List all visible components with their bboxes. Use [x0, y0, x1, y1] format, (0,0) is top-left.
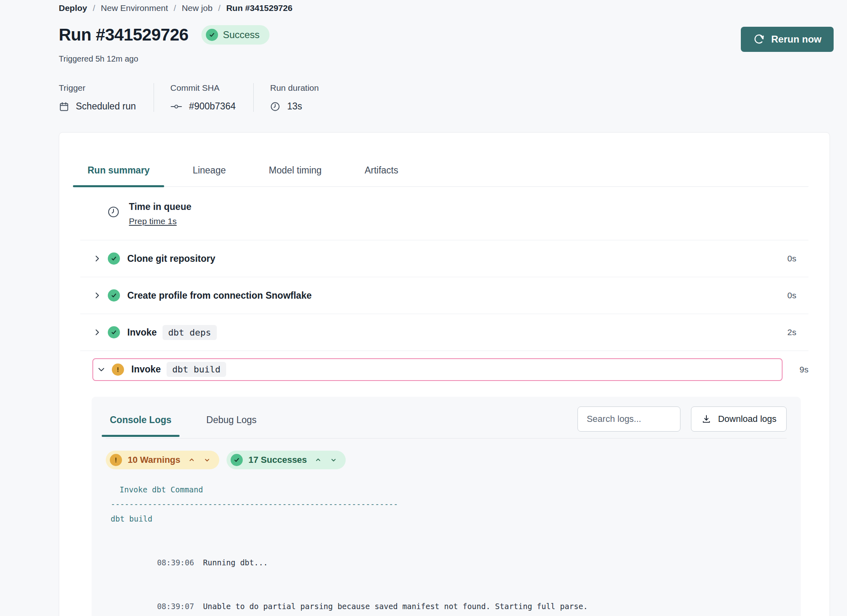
- search-logs-input[interactable]: [578, 406, 680, 432]
- log-line: 08:39:07Unable to do partial parsing bec…: [106, 584, 787, 616]
- time-in-queue-section: Time in queue Prep time 1s: [80, 187, 808, 240]
- meta-commit: Commit SHA #900b7364: [154, 83, 253, 112]
- log-blank-line: [106, 526, 787, 541]
- log-panel: Console Logs Debug Logs Download logs: [92, 397, 801, 616]
- check-circle-icon: [108, 326, 120, 338]
- rerun-now-button[interactable]: Rerun now: [741, 27, 834, 52]
- prep-time-link[interactable]: Prep time 1s: [129, 216, 177, 226]
- chevron-right-icon[interactable]: [92, 291, 103, 300]
- meta-trigger-value: Scheduled run: [76, 101, 136, 112]
- check-circle-icon: [231, 454, 243, 466]
- download-icon: [701, 414, 712, 424]
- step-label: Create profile from connection Snowflake: [127, 290, 312, 301]
- meta-commit-value: #900b7364: [189, 101, 235, 112]
- chevron-right-icon[interactable]: [92, 254, 103, 263]
- status-badge-label: Success: [223, 29, 260, 41]
- step-expanded-box[interactable]: Invoke dbt build: [92, 358, 783, 381]
- log-header: Console Logs Debug Logs Download logs: [106, 397, 787, 438]
- meta-trigger-label: Trigger: [59, 83, 136, 93]
- step-label: Invoke: [131, 364, 161, 375]
- refresh-icon: [753, 33, 765, 45]
- log-tabs: Console Logs Debug Logs: [106, 409, 261, 436]
- clock-icon: [270, 101, 280, 112]
- tab-console-logs[interactable]: Console Logs: [106, 409, 175, 436]
- meta-duration: Run duration 13s: [253, 83, 336, 112]
- chevron-up-icon[interactable]: [188, 456, 196, 464]
- run-meta: Trigger Scheduled run Commit SHA #900b73…: [59, 83, 834, 112]
- meta-duration-label: Run duration: [270, 83, 319, 93]
- clock-icon: [107, 205, 120, 220]
- step-command-chip: dbt deps: [163, 325, 217, 340]
- tab-debug-logs[interactable]: Debug Logs: [202, 409, 261, 436]
- step-row-clone-git[interactable]: Clone git repository 0s: [80, 240, 808, 277]
- log-timestamp: 08:39:06: [157, 558, 194, 567]
- step-duration: 9s: [791, 365, 808, 374]
- successes-badge[interactable]: 17 Successes: [227, 451, 346, 469]
- log-divider-line: ----------------------------------------…: [106, 497, 787, 511]
- commit-icon: [170, 101, 182, 112]
- breadcrumb-environment[interactable]: New Environment: [101, 3, 168, 13]
- check-circle-icon: [108, 289, 120, 302]
- log-controls: Download logs: [578, 406, 787, 438]
- warnings-badge[interactable]: 10 Warnings: [106, 451, 219, 469]
- log-message: Unable to do partial parsing because sav…: [203, 602, 588, 611]
- log-line: Invoke dbt Command: [106, 482, 787, 497]
- step-duration: 0s: [787, 291, 796, 300]
- breadcrumb: Deploy / New Environment / New job / Run…: [59, 2, 834, 13]
- tab-lineage[interactable]: Lineage: [185, 165, 233, 186]
- step-row-dbt-deps[interactable]: Invoke dbt deps 2s: [80, 314, 808, 351]
- title-row: Run #341529726 Success: [59, 25, 834, 45]
- breadcrumb-job[interactable]: New job: [182, 3, 212, 13]
- breadcrumb-separator: /: [218, 3, 220, 13]
- console-log-output: Invoke dbt Command ---------------------…: [106, 482, 787, 616]
- chevron-up-icon[interactable]: [314, 456, 322, 464]
- log-line: dbt build: [106, 511, 787, 526]
- step-duration: 2s: [787, 327, 796, 337]
- tab-model-timing[interactable]: Model timing: [261, 165, 329, 186]
- run-summary-card: Run summary Lineage Model timing Artifac…: [59, 132, 830, 616]
- step-row-create-profile[interactable]: Create profile from connection Snowflake…: [80, 277, 808, 314]
- step-command-chip: dbt build: [167, 362, 226, 377]
- time-in-queue-title: Time in queue: [129, 201, 191, 212]
- chevron-right-icon[interactable]: [92, 327, 103, 337]
- log-message: Running dbt...: [203, 558, 268, 567]
- download-logs-label: Download logs: [718, 414, 776, 424]
- tab-artifacts[interactable]: Artifacts: [357, 165, 406, 186]
- meta-commit-label: Commit SHA: [170, 83, 235, 93]
- step-duration: 0s: [787, 254, 796, 263]
- tab-run-summary[interactable]: Run summary: [80, 165, 157, 186]
- meta-duration-value: 13s: [287, 101, 302, 112]
- step-label: Clone git repository: [127, 253, 215, 264]
- breadcrumb-separator: /: [174, 3, 176, 13]
- chevron-down-icon[interactable]: [96, 365, 107, 374]
- step-row-dbt-build: Invoke dbt build 9s: [80, 351, 808, 388]
- page-title: Run #341529726: [59, 25, 188, 45]
- warning-circle-icon: [110, 454, 122, 466]
- chevron-down-icon[interactable]: [203, 456, 211, 464]
- rerun-now-label: Rerun now: [771, 34, 821, 45]
- breadcrumb-separator: /: [93, 3, 95, 13]
- chevron-down-icon[interactable]: [329, 456, 338, 464]
- triggered-timestamp: Triggered 5h 12m ago: [59, 54, 834, 64]
- warnings-badge-label: 10 Warnings: [128, 455, 180, 465]
- run-detail-page: Deploy / New Environment / New job / Run…: [0, 0, 847, 616]
- successes-badge-label: 17 Successes: [248, 455, 307, 465]
- run-tabs: Run summary Lineage Model timing Artifac…: [80, 133, 808, 187]
- calendar-icon: [59, 101, 69, 112]
- meta-trigger: Trigger Scheduled run: [59, 83, 154, 112]
- step-label: Invoke: [127, 327, 157, 338]
- warning-circle-icon: [112, 364, 124, 376]
- check-circle-icon: [108, 252, 120, 265]
- status-badge: Success: [201, 25, 270, 45]
- log-filter-badges: 10 Warnings 17 Successes: [106, 451, 787, 469]
- breadcrumb-run: Run #341529726: [226, 3, 292, 13]
- log-timestamp: 08:39:07: [157, 602, 194, 611]
- check-circle-icon: [206, 29, 218, 41]
- breadcrumb-deploy[interactable]: Deploy: [59, 3, 87, 13]
- download-logs-button[interactable]: Download logs: [691, 406, 787, 432]
- log-line: 08:39:06Running dbt...: [106, 541, 787, 584]
